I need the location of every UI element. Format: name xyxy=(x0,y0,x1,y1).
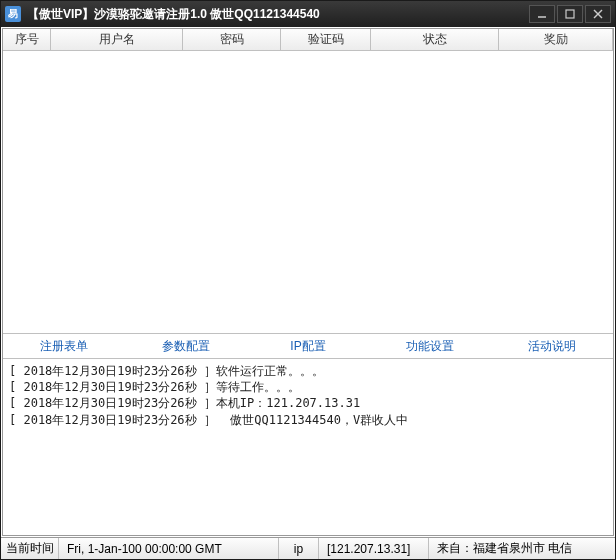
app-window: 易 【傲世VIP】沙漠骆驼邀请注册1.0 傲世QQ1121344540 序号 用… xyxy=(0,0,616,560)
status-ip-value: [121.207.13.31] xyxy=(319,538,429,559)
col-header-code[interactable]: 验证码 xyxy=(281,29,371,50)
tab-function-settings[interactable]: 功能设置 xyxy=(369,333,491,360)
tab-param-config[interactable]: 参数配置 xyxy=(125,333,247,360)
status-from-value: 来自：福建省泉州市 电信 xyxy=(429,538,615,559)
col-header-seq[interactable]: 序号 xyxy=(3,29,51,50)
minimize-button[interactable] xyxy=(529,5,555,23)
svg-rect-1 xyxy=(566,10,574,18)
status-bar: 当前时间 Fri, 1-Jan-100 00:00:00 GMT ip [121… xyxy=(1,537,615,559)
titlebar[interactable]: 易 【傲世VIP】沙漠骆驼邀请注册1.0 傲世QQ1121344540 xyxy=(1,1,615,27)
log-line: [ 2018年12月30日19时23分26秒 ］等待工作。。。 xyxy=(9,379,607,395)
status-ip-label: ip xyxy=(279,538,319,559)
grid-header-row: 序号 用户名 密码 验证码 状态 奖励 xyxy=(3,29,613,51)
log-line: [ 2018年12月30日19时23分26秒 ］软件运行正常。。。 xyxy=(9,363,607,379)
data-grid: 序号 用户名 密码 验证码 状态 奖励 xyxy=(3,29,613,333)
window-title: 【傲世VIP】沙漠骆驼邀请注册1.0 傲世QQ1121344540 xyxy=(27,6,529,23)
tab-bar: 注册表单 参数配置 IP配置 功能设置 活动说明 xyxy=(3,333,613,359)
tab-ip-config[interactable]: IP配置 xyxy=(247,333,369,360)
status-time-value: Fri, 1-Jan-100 00:00:00 GMT xyxy=(59,538,279,559)
log-line: [ 2018年12月30日19时23分26秒 ］ 傲世QQ1121344540，… xyxy=(9,412,607,428)
maximize-button[interactable] xyxy=(557,5,583,23)
close-button[interactable] xyxy=(585,5,611,23)
log-panel[interactable]: [ 2018年12月30日19时23分26秒 ］软件运行正常。。。 [ 2018… xyxy=(3,359,613,535)
col-header-user[interactable]: 用户名 xyxy=(51,29,183,50)
tab-register-form[interactable]: 注册表单 xyxy=(3,333,125,360)
app-icon: 易 xyxy=(5,6,21,22)
grid-body[interactable] xyxy=(3,51,613,333)
window-controls xyxy=(529,5,611,23)
col-header-status[interactable]: 状态 xyxy=(371,29,499,50)
status-time-label: 当前时间 xyxy=(1,538,59,559)
content-area: 序号 用户名 密码 验证码 状态 奖励 注册表单 参数配置 IP配置 功能设置 … xyxy=(2,28,614,536)
col-header-pass[interactable]: 密码 xyxy=(183,29,281,50)
col-header-reward[interactable]: 奖励 xyxy=(499,29,613,50)
tab-activity-info[interactable]: 活动说明 xyxy=(491,333,613,360)
log-line: [ 2018年12月30日19时23分26秒 ］本机IP：121.207.13.… xyxy=(9,395,607,411)
